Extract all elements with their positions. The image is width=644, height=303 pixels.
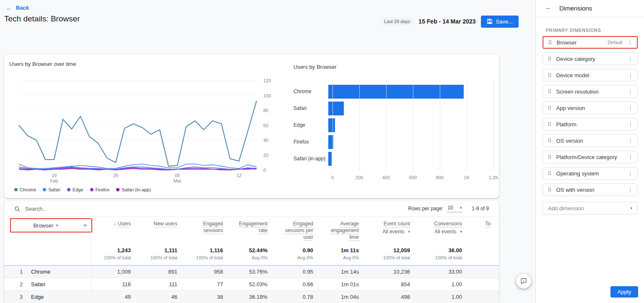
table-row[interactable]: 3Edge49463836.19%0.781m 04s4981.00 (4, 291, 499, 303)
column-header-average-engagement-time[interactable]: Average engagement time (313, 220, 359, 240)
legend-item[interactable]: Edge (67, 187, 83, 192)
date-range-chip[interactable]: Last 28 days (381, 18, 413, 25)
apply-button[interactable]: Apply (610, 286, 638, 298)
dimension-item-device-model[interactable]: ⠿Device model⋮ (543, 69, 638, 81)
header-controls: Last 28 days 15 Feb - 14 Mar 2023 Save..… (381, 15, 519, 28)
search-input[interactable] (24, 205, 118, 212)
dimension-item-operating-system[interactable]: ⠿Operating system⋮ (543, 167, 638, 180)
caret-down-icon: ▾ (460, 206, 462, 210)
dimension-item-app-version[interactable]: ⠿App version⋮ (543, 102, 638, 114)
dimension-item-os-version[interactable]: ⠿OS version⋮ (543, 134, 638, 147)
more-options-icon[interactable]: ⋮ (628, 187, 633, 193)
legend-label: Safari (48, 187, 60, 192)
more-options-icon[interactable]: ⋮ (627, 39, 633, 46)
column-header-new-users[interactable]: New users (131, 220, 177, 240)
date-range-value[interactable]: 15 Feb - 14 Mar 2023 (418, 18, 475, 25)
more-options-icon[interactable]: ⋮ (628, 56, 633, 62)
bar (328, 85, 464, 99)
more-options-icon[interactable]: ⋮ (628, 105, 633, 111)
column-header-label: Conversions (434, 220, 462, 227)
rows-per-page-value: 10 (447, 205, 453, 211)
more-options-icon[interactable]: ⋮ (628, 72, 633, 78)
more-options-icon[interactable]: ⋮ (628, 121, 633, 128)
drag-handle-icon[interactable]: ⠿ (548, 138, 552, 144)
x-axis-tick: 26 (109, 173, 123, 178)
dimension-selector[interactable]: Browser ▾ + (10, 218, 92, 232)
drag-handle-icon[interactable]: ⠿ (548, 170, 552, 177)
feedback-button[interactable] (516, 274, 531, 289)
drag-handle-icon[interactable]: ⠿ (548, 121, 552, 128)
table-row[interactable]: 1Chrome1,00989195853.76%0.951m 14s10,236… (4, 266, 499, 278)
bar-row: Chrome (289, 83, 489, 100)
drag-handle-icon[interactable]: ⠿ (548, 105, 552, 111)
more-options-icon[interactable]: ⋮ (628, 154, 633, 160)
column-header-users[interactable]: ↓Users (91, 220, 131, 240)
more-options-icon[interactable]: ⋮ (628, 170, 633, 177)
metric-value: 77 (177, 281, 223, 287)
column-header-conversions[interactable]: ConversionsAll events▾ (410, 220, 462, 240)
column-header-engaged-sessions-per-user[interactable]: Engaged sessions per user (267, 220, 313, 240)
bar-row: Firefox (289, 133, 489, 150)
drag-handle-icon[interactable]: ⠿ (548, 56, 552, 62)
table-pager: Rows per page: 10 ▾ 1-9 of 9 (408, 205, 489, 212)
column-filter[interactable]: All events▾ (382, 228, 410, 235)
legend-label: Chrome (20, 187, 36, 192)
row-dimension-value: Safari (31, 281, 45, 287)
dimension-item-os-with-version[interactable]: ⠿OS with version⋮ (543, 183, 638, 196)
column-header-engaged-sessions[interactable]: Engaged sessions (177, 220, 223, 240)
column-header-engagement-rate[interactable]: Engagement rate (223, 220, 267, 240)
bar-x-tick: 400 (378, 175, 395, 180)
bar (328, 135, 333, 149)
more-options-icon[interactable]: ⋮ (628, 89, 633, 95)
column-filter[interactable]: All events▾ (434, 228, 462, 235)
dimension-item-label: App version (556, 105, 585, 111)
legend-item[interactable]: Safari (in-app) (116, 187, 151, 192)
bar-row: Safari (289, 100, 489, 117)
drag-handle-icon[interactable]: ⠿ (548, 72, 552, 78)
dimension-item-platform[interactable]: ⠿Platform⋮ (543, 118, 638, 131)
save-button[interactable]: Save... (481, 16, 519, 28)
legend-item[interactable]: Chrome (14, 187, 36, 192)
drag-handle-icon[interactable]: ⠿ (548, 187, 552, 193)
drag-handle-icon[interactable]: ⠿ (548, 89, 552, 95)
legend-item[interactable]: Firefox (90, 187, 110, 192)
column-header-event-count[interactable]: Event countAll events▾ (359, 220, 410, 240)
x-tick-day: 12 (232, 173, 246, 178)
column-header-to[interactable]: To (462, 220, 491, 240)
add-dimension-field[interactable]: Add dimension ▾ (543, 202, 638, 214)
svg-text:40: 40 (263, 138, 268, 143)
totals-value: 1m 11s (313, 247, 359, 253)
metric-value: 1.00 (410, 294, 462, 300)
column-header-label: Engaged sessions per user (276, 220, 313, 240)
legend-dot (116, 188, 119, 191)
drag-handle-icon[interactable]: ⠿ (548, 154, 552, 160)
add-dimension-placeholder: Add dimension (548, 205, 584, 212)
x-tick-month: Feb (47, 178, 61, 184)
more-options-icon[interactable]: ⋮ (628, 138, 633, 144)
back-link[interactable]: ← Back (6, 4, 29, 11)
column-header-label: Average engagement time (322, 220, 359, 240)
panel-back-arrow[interactable]: ← (545, 4, 552, 11)
totals-value: 52.44% (223, 247, 267, 253)
drag-handle-icon[interactable]: ⠿ (548, 39, 552, 46)
dimension-item-screen-resolution[interactable]: ⠿Screen resolution⋮ (543, 85, 638, 98)
add-metric-icon[interactable]: + (83, 221, 87, 230)
legend-item[interactable]: Safari (43, 187, 60, 192)
legend-dot (90, 188, 93, 191)
dimension-item-device-category[interactable]: ⠿Device category⋮ (543, 52, 638, 65)
rows-per-page-select[interactable]: 10 ▾ (447, 205, 462, 212)
dimension-item-browser[interactable]: ⠿BrowserDefault⋮ (543, 36, 638, 49)
column-header-row: Engagement rate (231, 220, 267, 234)
table-row[interactable]: 2Safari1161117752.03%0.661m 01s8541.00 (4, 278, 499, 291)
totals-cell: 1m 11sAvg 0% (313, 247, 359, 260)
legend-dot (14, 188, 18, 191)
dimension-item-platform-device-category[interactable]: ⠿Platform/Device category⋮ (543, 151, 638, 163)
totals-value: 1,243 (91, 247, 131, 253)
column-header-row: Average engagement time (322, 220, 359, 240)
dimension-item-label: Platform/Device category (556, 154, 617, 160)
totals-subtext: Avg 0% (313, 255, 359, 260)
metric-value: 498 (359, 294, 410, 300)
totals-subtext: Avg 0% (223, 255, 267, 260)
metric-value-empty (462, 281, 491, 287)
metric-value: 1,009 (91, 269, 131, 275)
